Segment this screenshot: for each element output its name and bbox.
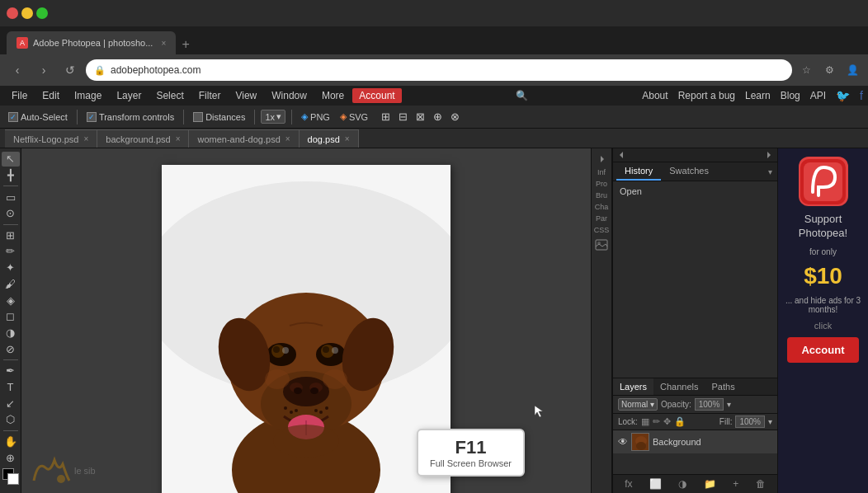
back-button[interactable]: ‹ (7, 59, 28, 81)
tool-hand[interactable]: ✋ (2, 434, 20, 449)
side-info-pro[interactable]: Pro (592, 178, 611, 190)
tool-eraser[interactable]: ◻ (2, 309, 20, 324)
doc-tab-dog[interactable]: dog.psd × (300, 129, 359, 148)
menu-select[interactable]: Select (149, 88, 190, 103)
menu-more[interactable]: More (315, 88, 351, 103)
close-button[interactable]: × (7, 7, 18, 19)
doc-tab-dog-close[interactable]: × (345, 134, 350, 143)
side-image-icon[interactable] (592, 239, 611, 251)
align-center[interactable]: ⊟ (395, 110, 411, 124)
menu-report-bug[interactable]: Report a bug (678, 90, 735, 101)
menu-file[interactable]: File (5, 88, 34, 103)
forward-button[interactable]: › (33, 59, 54, 81)
doc-tab-women-dog-close[interactable]: × (285, 134, 290, 143)
align-right[interactable]: ⊠ (413, 110, 428, 124)
menu-window[interactable]: Window (265, 88, 314, 103)
tab-swatches[interactable]: Swatches (661, 162, 717, 181)
lock-paint-icon[interactable]: ✏ (653, 416, 660, 427)
distribute-v[interactable]: ⊗ (447, 110, 463, 124)
tool-heal[interactable]: ✦ (2, 261, 20, 275)
lock-position-icon[interactable]: ✥ (663, 416, 671, 427)
tab-close-button[interactable]: × (161, 39, 166, 48)
fill-value[interactable]: 100% (735, 416, 765, 428)
side-info-inf[interactable]: Inf (592, 167, 611, 178)
address-bar[interactable]: 🔒 adobephotopea.com (86, 59, 792, 81)
side-info-cha[interactable]: Cha (592, 201, 611, 213)
lock-all-icon[interactable]: 🔒 (674, 416, 686, 427)
layer-visibility-icon[interactable]: 👁 (618, 436, 628, 448)
tool-rect-select[interactable]: ▭ (2, 190, 20, 204)
transform-controls-item[interactable]: ✓ Transform controls (83, 111, 177, 123)
menu-search-icon[interactable]: 🔍 (516, 90, 528, 101)
menu-image[interactable]: Image (68, 88, 108, 103)
browser-tab-active[interactable]: A Adobe Photopea | photosho... × (7, 31, 176, 54)
align-left[interactable]: ⊞ (378, 110, 394, 124)
tool-dodge[interactable]: ⊘ (2, 341, 20, 356)
panel-collapse-right-icon[interactable] (764, 150, 774, 160)
tool-gradient[interactable]: ◑ (2, 326, 20, 340)
minimize-button[interactable]: − (21, 7, 33, 19)
menu-about[interactable]: About (642, 90, 668, 101)
menu-account[interactable]: Account (352, 88, 401, 103)
add-adjustment-icon[interactable]: ◑ (678, 478, 686, 490)
toolbar-move-tool[interactable]: ✓ Auto-Select (5, 111, 71, 123)
add-layer-icon[interactable]: + (733, 478, 738, 490)
facebook-icon[interactable]: f (860, 89, 863, 102)
canvas-area[interactable]: F11 Full Screen Browser le sib (21, 148, 591, 493)
distances-item[interactable]: Distances (190, 111, 248, 123)
tab-layers[interactable]: Layers (613, 378, 653, 395)
add-mask-icon[interactable]: ⬜ (649, 478, 662, 490)
menu-api[interactable]: API (810, 90, 826, 101)
png-export[interactable]: ◈ PNG (298, 110, 333, 123)
zoom-dropdown[interactable]: 1x ▾ (261, 110, 285, 124)
svg-export[interactable]: ◈ SVG (337, 110, 371, 123)
menu-learn[interactable]: Learn (745, 90, 771, 101)
history-item-open[interactable]: Open (616, 185, 774, 198)
blend-mode-dropdown[interactable]: Normal ▾ (618, 398, 658, 411)
menu-layer[interactable]: Layer (110, 88, 148, 103)
menu-blog[interactable]: Blog (781, 90, 800, 101)
tool-select[interactable]: ╋ (2, 168, 20, 183)
tool-zoom[interactable]: ⊕ (2, 450, 20, 465)
tool-crop[interactable]: ⊞ (2, 228, 20, 242)
transform-checkbox[interactable]: ✓ (87, 112, 97, 122)
lock-transparency-icon[interactable]: ▦ (641, 416, 649, 427)
doc-tab-background-close[interactable]: × (176, 134, 181, 143)
tool-stamp[interactable]: ◈ (2, 293, 20, 308)
tab-paths[interactable]: Paths (705, 378, 742, 395)
delete-layer-icon[interactable]: 🗑 (756, 478, 766, 490)
distribute-h[interactable]: ⊕ (430, 110, 446, 124)
tool-type[interactable]: T (2, 380, 20, 395)
doc-tab-women-dog[interactable]: women-and-dog.psd × (189, 129, 299, 148)
side-collapse-left[interactable] (592, 152, 611, 167)
menu-view[interactable]: View (229, 88, 263, 103)
ad-account-button[interactable]: Account (787, 337, 859, 363)
tool-move[interactable]: ↖ (2, 152, 20, 167)
doc-tab-background[interactable]: background.psd × (97, 129, 189, 148)
tool-shape[interactable]: ⬡ (2, 412, 20, 427)
tab-channels[interactable]: Channels (653, 378, 705, 395)
tool-brush[interactable]: 🖌 (2, 277, 20, 292)
bookmark-icon[interactable]: ☆ (797, 61, 815, 79)
extension-icon[interactable]: ⚙ (820, 61, 838, 79)
add-group-icon[interactable]: 📁 (704, 478, 716, 490)
auto-select-checkbox[interactable]: ✓ (8, 112, 18, 122)
add-style-icon[interactable]: fx (625, 478, 632, 490)
distances-checkbox[interactable] (193, 112, 203, 122)
side-info-css[interactable]: CSS (592, 224, 611, 236)
restore-button[interactable]: □ (36, 7, 48, 19)
doc-tab-netflix-close[interactable]: × (84, 134, 89, 143)
side-info-bru[interactable]: Bru (592, 190, 611, 201)
opacity-value[interactable]: 100% (695, 398, 724, 411)
panel-collapse-btn[interactable]: ▾ (767, 166, 774, 178)
tool-lasso[interactable]: ⊙ (2, 206, 20, 221)
refresh-button[interactable]: ↺ (59, 59, 81, 81)
side-info-par[interactable]: Par (592, 213, 611, 224)
user-icon[interactable]: 👤 (843, 61, 861, 79)
tool-path[interactable]: ↙ (2, 396, 20, 411)
new-tab-button[interactable]: + (176, 35, 196, 54)
tool-eyedropper[interactable]: ✏ (2, 244, 20, 259)
color-swatches[interactable] (2, 468, 19, 485)
menu-edit[interactable]: Edit (35, 88, 66, 103)
panel-collapse-left-icon[interactable] (616, 150, 626, 160)
